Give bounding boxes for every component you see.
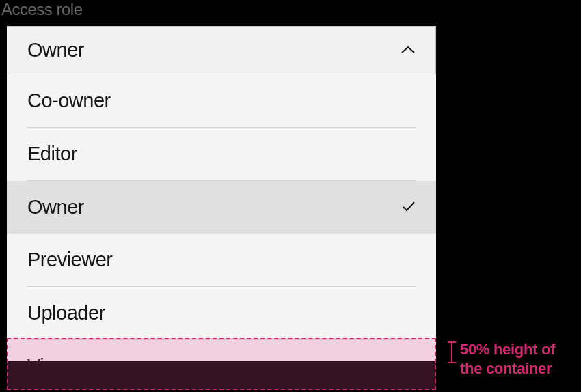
dropdown-option-owner[interactable]: Owner <box>7 181 436 234</box>
dropdown-selected-value: Owner <box>27 39 84 61</box>
dropdown-option-viewer[interactable]: Viewer <box>7 340 436 361</box>
dropdown-trigger[interactable]: Owner <box>7 26 436 74</box>
dropdown-option-coowner[interactable]: Co-owner <box>7 74 436 128</box>
option-label: Editor <box>27 143 77 165</box>
option-label: Uploader <box>27 302 105 324</box>
option-label: Co-owner <box>27 89 111 112</box>
check-icon <box>402 201 416 214</box>
annotation-indicator: 50% height of the container <box>448 340 555 378</box>
field-label: Access role <box>1 0 83 19</box>
dropdown-option-previewer[interactable]: Previewer <box>7 234 436 287</box>
dropdown-menu: Co-owner Editor Owner <box>7 74 436 361</box>
option-label: Owner <box>27 196 84 219</box>
dropdown-option-editor[interactable]: Editor <box>7 128 436 181</box>
dropdown-option-uploader[interactable]: Uploader <box>7 287 436 340</box>
i-beam-icon <box>448 341 456 363</box>
annotation-text: 50% height of the container <box>460 340 555 378</box>
access-role-dropdown: Owner Co-owner Editor Owner <box>7 26 436 361</box>
option-label: Viewer <box>27 355 85 361</box>
chevron-up-icon <box>401 44 415 57</box>
option-label: Previewer <box>27 249 112 271</box>
